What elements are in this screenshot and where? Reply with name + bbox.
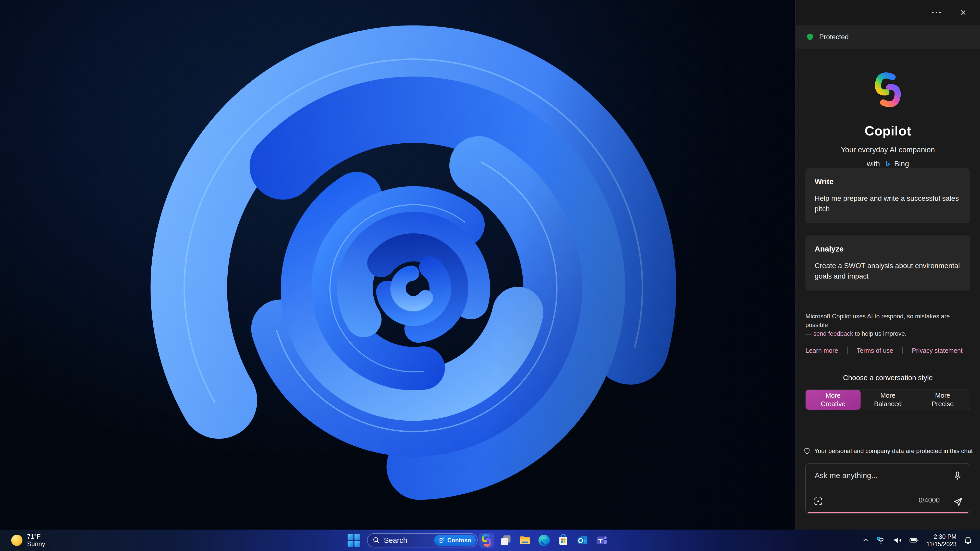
suggestion-card-analyze[interactable]: Analyze Create a SWOT analysis about env… [805, 235, 970, 291]
notifications-bell-icon[interactable] [964, 536, 972, 545]
footer-links: Learn more Terms of use Privacy statemen… [805, 347, 970, 354]
hidden-icons-chevron[interactable] [862, 537, 869, 544]
ai-disclaimer: Microsoft Copilot uses AI to respond, so… [805, 312, 970, 338]
search-input[interactable] [384, 536, 434, 545]
desktop: Protected Copilot Your everyday AI compa… [0, 0, 980, 551]
taskbar: 71°F Sunny Contoso [0, 530, 980, 551]
link-divider [847, 347, 848, 354]
contoso-target-icon [438, 537, 445, 544]
bing-icon [883, 160, 891, 168]
with-label: with [867, 160, 880, 168]
search-icon [372, 537, 380, 544]
copilot-panel: Protected Copilot Your everyday AI compa… [795, 0, 980, 530]
copilot-panel-titlebar [796, 0, 980, 25]
card-title: Write [815, 177, 961, 186]
taskbar-app-task-view[interactable] [498, 533, 513, 548]
task-view-icon [499, 534, 513, 547]
more-options-icon[interactable] [929, 9, 943, 16]
copilot-logo [869, 72, 907, 108]
volume-icon[interactable] [893, 536, 902, 545]
weather-temperature: 71°F [27, 533, 45, 540]
shield-protected-icon [806, 33, 814, 41]
system-tray: 2:30 PM 11/15/2023 [862, 530, 980, 551]
taskbar-app-outlook[interactable] [575, 533, 590, 548]
wifi-vpn-icon[interactable] [877, 536, 886, 545]
conversation-style-toggle: More Creative More Balanced More Precise [805, 389, 970, 410]
disclaimer-line1: Microsoft Copilot uses AI to respond, so… [805, 313, 950, 328]
chat-input[interactable] [806, 464, 970, 513]
character-counter: 0/4000 [918, 496, 940, 504]
conversation-style-heading: Choose a conversation style [843, 374, 933, 382]
taskbar-apps [479, 530, 609, 551]
contoso-badge[interactable]: Contoso [434, 535, 476, 546]
microphone-button[interactable] [952, 470, 963, 481]
protected-banner: Protected [796, 25, 980, 49]
protected-label: Protected [819, 33, 849, 41]
battery-icon[interactable] [909, 536, 919, 545]
card-body: Help me prepare and write a successful s… [815, 193, 961, 214]
style-option-more-precise[interactable]: More Precise [915, 390, 970, 410]
taskbar-app-file-explorer[interactable] [517, 533, 532, 548]
style-option-more-balanced[interactable]: More Balanced [861, 390, 915, 410]
windows-logo-icon [348, 534, 353, 540]
taskbar-app-edge[interactable] [537, 533, 552, 548]
disclaimer-suffix: to help us improve. [853, 330, 907, 337]
screenshot-capture-button[interactable] [813, 495, 824, 507]
disclaimer-dash: — [805, 330, 813, 337]
sunny-weather-icon [11, 535, 22, 546]
input-accent-bar [808, 512, 968, 513]
privacy-statement-link[interactable]: Privacy statement [912, 347, 963, 354]
taskbar-app-copilot[interactable] [479, 533, 494, 548]
contoso-label: Contoso [447, 537, 471, 544]
send-button[interactable] [952, 495, 964, 508]
close-icon[interactable] [958, 7, 968, 17]
send-feedback-link[interactable]: send feedback [813, 330, 853, 337]
tray-time: 2:30 PM [926, 533, 956, 540]
shield-outline-icon [803, 447, 811, 455]
file-explorer-icon [518, 534, 532, 547]
with-bing-row: with Bing [867, 160, 909, 168]
taskbar-clock[interactable]: 2:30 PM 11/15/2023 [926, 533, 956, 548]
style-option-more-creative[interactable]: More Creative [806, 390, 861, 410]
taskbar-app-teams[interactable] [594, 533, 609, 548]
terms-of-use-link[interactable]: Terms of use [857, 347, 893, 354]
tray-date: 11/15/2023 [926, 540, 956, 548]
copilot-icon [480, 534, 493, 547]
panel-title: Copilot [865, 123, 912, 138]
chat-input-box: 0/4000 [805, 463, 970, 514]
outlook-icon [576, 534, 589, 547]
card-title: Analyze [815, 245, 961, 253]
edge-icon [537, 534, 551, 547]
weather-widget[interactable]: 71°F Sunny [11, 530, 45, 551]
card-body: Create a SWOT analysis about environment… [815, 260, 961, 281]
weather-condition: Sunny [27, 540, 45, 548]
learn-more-link[interactable]: Learn more [805, 347, 838, 354]
teams-icon [595, 534, 608, 547]
start-button[interactable] [348, 534, 360, 547]
microsoft-store-icon [556, 534, 570, 547]
taskbar-search[interactable]: Contoso [367, 533, 478, 548]
data-protection-note: Your personal and company data are prote… [803, 447, 973, 455]
panel-subtitle: Your everyday AI companion [841, 146, 935, 154]
link-divider [902, 347, 903, 354]
bing-label: Bing [894, 160, 909, 168]
suggestion-card-write[interactable]: Write Help me prepare and write a succes… [805, 168, 970, 223]
taskbar-app-microsoft-store[interactable] [556, 533, 571, 548]
